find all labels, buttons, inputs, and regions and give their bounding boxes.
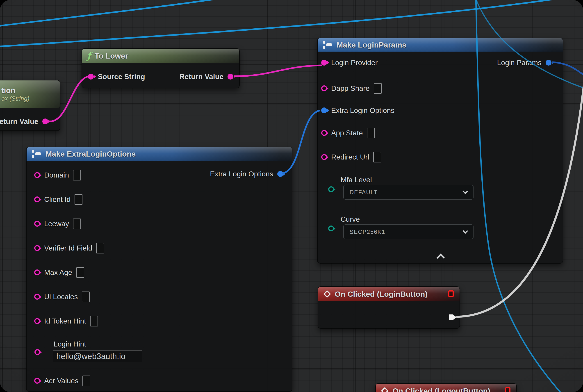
on-clicked-login-title: On Clicked (LoginButton) (335, 290, 428, 298)
dapp-share-label: Dapp Share (331, 84, 370, 92)
client-id-pin[interactable] (34, 196, 40, 202)
node-partial-function[interactable]: tion ox (String) eturn Value (0, 80, 60, 131)
chevron-down-icon (462, 228, 468, 234)
on-clicked-logout-header[interactable]: On Clicked (LogoutButton) (376, 384, 516, 392)
event-diamond-icon (381, 387, 388, 392)
verifier-id-field-pin[interactable] (34, 245, 40, 251)
to-lower-title: To Lower (94, 52, 128, 60)
source-string-pin[interactable] (88, 74, 94, 80)
node-on-clicked-logout-button[interactable]: On Clicked (LogoutButton) (375, 383, 517, 392)
login-params-out-pin[interactable] (546, 60, 552, 66)
extra-login-options-in-pin[interactable] (321, 108, 327, 113)
partial-node-title: tion (1, 86, 15, 95)
event-diamond-icon (323, 290, 331, 298)
dapp-share-pin[interactable] (321, 86, 327, 91)
on-clicked-login-header[interactable]: On Clicked (LoginButton) (318, 287, 460, 301)
mfa-level-value: DEFAULT (350, 189, 464, 196)
on-clicked-logout-title: On Clicked (LogoutButton) (392, 386, 490, 392)
domain-value-box[interactable] (73, 170, 81, 180)
make-struct-icon (32, 150, 42, 158)
max-age-label: Max Age (44, 268, 72, 277)
id-token-hint-label: Id Token Hint (44, 317, 86, 325)
make-extra-title: Make ExtraLoginOptions (46, 150, 136, 158)
leeway-pin[interactable] (34, 221, 40, 227)
id-token-hint-value-box[interactable] (90, 316, 98, 326)
node-on-clicked-login-button[interactable]: On Clicked (LoginButton) (318, 286, 460, 329)
curve-value: SECP256K1 (350, 229, 464, 235)
extra-login-options-out-pin[interactable] (277, 171, 283, 177)
id-token-hint-pin[interactable] (34, 318, 40, 324)
wire-cyan-top-left[interactable] (0, 0, 252, 26)
max-age-pin[interactable] (34, 270, 40, 275)
login-provider-pin[interactable] (321, 60, 327, 66)
collapse-pins-button[interactable] (436, 254, 445, 262)
source-string-label: Source String (98, 72, 145, 81)
domain-label: Domain (44, 171, 69, 179)
to-lower-return-label: Return Value (179, 72, 224, 81)
make-login-params-header[interactable]: Make LoginParams (318, 38, 563, 52)
app-state-value-box[interactable] (367, 128, 375, 138)
curve-pin[interactable] (328, 226, 334, 231)
login-hint-pin[interactable] (34, 349, 40, 355)
partial-node-subtitle: ox (String) (1, 95, 30, 102)
chevron-down-icon (462, 188, 468, 194)
leeway-value-box[interactable] (73, 218, 81, 229)
ui-locales-label: Ui Locales (44, 293, 78, 301)
domain-pin[interactable] (34, 172, 40, 178)
extra-login-options-in-label: Extra Login Options (331, 106, 394, 115)
app-state-pin[interactable] (321, 130, 327, 136)
delegate-output-pin[interactable] (448, 290, 454, 297)
mfa-level-pin[interactable] (328, 186, 334, 192)
partial-output-label: eturn Value (0, 117, 38, 126)
node-to-lower[interactable]: ƒ To Lower Source String Return Value (82, 48, 240, 88)
make-login-params-title: Make LoginParams (336, 40, 406, 49)
extra-login-options-out-label: Extra Login Options (210, 170, 273, 178)
partial-node-header[interactable]: tion ox (String) (0, 80, 60, 108)
curve-label: Curve (340, 215, 360, 224)
login-params-out-label: Login Params (497, 58, 542, 67)
acr-values-value-box[interactable] (82, 376, 90, 386)
ui-locales-value-box[interactable] (82, 292, 90, 302)
function-icon: ƒ (87, 51, 91, 60)
leeway-label: Leeway (44, 220, 69, 228)
make-extra-header[interactable]: Make ExtraLoginOptions (26, 147, 292, 161)
wire-pink-return-to-login-provider[interactable] (234, 65, 322, 76)
acr-values-pin[interactable] (34, 378, 40, 384)
verifier-id-field-value-box[interactable] (96, 243, 104, 254)
login-hint-input[interactable]: hello@web3auth.io (53, 350, 142, 362)
curve-dropdown[interactable]: SECP256K1 (343, 224, 474, 239)
return-value-pin[interactable] (42, 118, 48, 124)
exec-output-pin[interactable] (449, 314, 456, 320)
dapp-share-value-box[interactable] (374, 83, 382, 94)
client-id-label: Client Id (44, 195, 70, 204)
verifier-id-field-label: Verifier Id Field (44, 244, 92, 252)
delegate-output-pin[interactable] (505, 387, 510, 392)
redirect-url-label: Redirect Url (331, 153, 369, 161)
ui-locales-pin[interactable] (34, 294, 40, 300)
to-lower-return-pin[interactable] (228, 74, 234, 80)
max-age-value-box[interactable] (76, 267, 84, 278)
client-id-value-box[interactable] (74, 194, 82, 205)
app-state-label: App State (331, 129, 363, 137)
node-make-login-params[interactable]: Make LoginParams Login Provider Login Pa… (317, 38, 563, 264)
acr-values-label: Acr Values (44, 377, 78, 385)
login-hint-label: Login Hint (54, 340, 86, 348)
make-struct-icon (322, 41, 333, 49)
login-provider-label: Login Provider (331, 58, 378, 67)
to-lower-header[interactable]: ƒ To Lower (82, 49, 239, 63)
redirect-url-pin[interactable] (321, 154, 327, 160)
redirect-url-value-box[interactable] (373, 152, 381, 162)
mfa-level-dropdown[interactable]: DEFAULT (343, 185, 474, 200)
blueprint-graph-canvas[interactable]: tion ox (String) eturn Value ƒ To Lower … (0, 0, 583, 392)
mfa-level-label: Mfa Level (340, 176, 372, 184)
node-make-extra-login-options[interactable]: Make ExtraLoginOptions Domain Extra Logi… (26, 147, 292, 392)
